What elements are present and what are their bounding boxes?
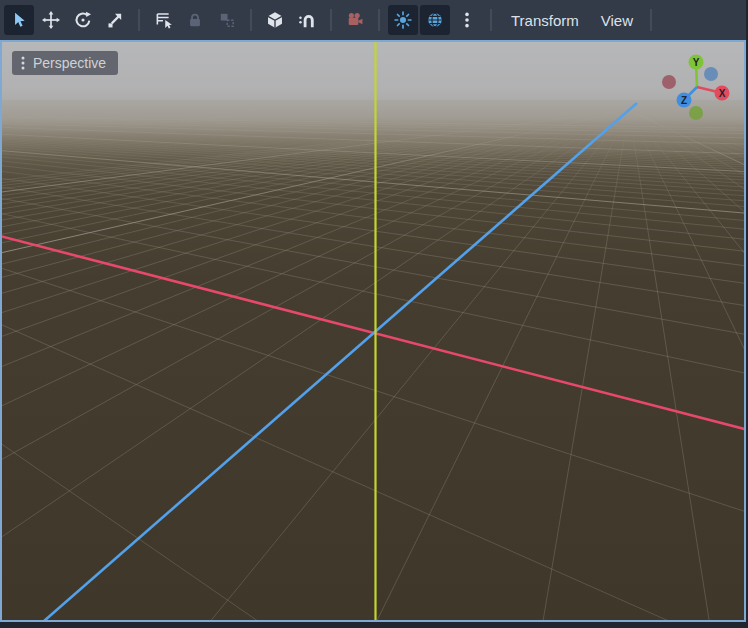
toolbar-separator (650, 9, 652, 31)
toolbar-separator (330, 9, 332, 31)
local-space-toggle-button[interactable] (260, 5, 290, 35)
scene-svg: YXZ (2, 42, 744, 620)
snap-toggle-icon (298, 11, 316, 29)
camera-preview-button[interactable] (340, 5, 370, 35)
transform-menu[interactable]: Transform (500, 6, 590, 35)
toolbar-separator (378, 9, 380, 31)
camera-preview-icon (346, 11, 364, 29)
view-menu[interactable]: View (590, 6, 644, 35)
select-mode-icon (10, 11, 28, 29)
viewport-label: Perspective (33, 55, 106, 71)
gizmo-neg-x-ball[interactable] (662, 75, 676, 89)
toolbar-separator (250, 9, 252, 31)
select-mode-button[interactable] (4, 5, 34, 35)
kebab-menu-icon (20, 55, 26, 71)
sun-toggle-icon (394, 11, 412, 29)
list-select-button[interactable] (148, 5, 178, 35)
group-selected-button[interactable] (212, 5, 242, 35)
environment-toggle-button[interactable] (420, 5, 450, 35)
scale-mode-icon (106, 11, 124, 29)
toolbar-separator (490, 9, 492, 31)
scale-mode-button[interactable] (100, 5, 130, 35)
gizmo-neg-y-ball[interactable] (689, 106, 703, 120)
horizon-fog (2, 100, 744, 255)
viewport-toolbar: TransformView (0, 0, 746, 40)
snap-toggle-button[interactable] (292, 5, 322, 35)
toolbar-separator (138, 9, 140, 31)
gizmo-axis-label: X (719, 88, 726, 99)
move-mode-icon (42, 11, 60, 29)
gizmo-axis-label: Y (693, 57, 700, 68)
group-selected-icon (218, 11, 236, 29)
perspective-menu-button[interactable]: Perspective (12, 51, 118, 75)
godot-3d-editor: TransformView YXZ Perspective (0, 0, 748, 628)
local-space-toggle-icon (266, 11, 284, 29)
3d-viewport[interactable]: YXZ Perspective (0, 40, 746, 622)
more-options-button[interactable] (452, 5, 482, 35)
lock-selected-button[interactable] (180, 5, 210, 35)
move-mode-button[interactable] (36, 5, 66, 35)
list-select-icon (154, 11, 172, 29)
rotate-mode-button[interactable] (68, 5, 98, 35)
more-options-icon (458, 11, 476, 29)
gizmo-axis-label: Z (681, 95, 687, 106)
environment-toggle-icon (426, 11, 444, 29)
lock-selected-icon (186, 11, 204, 29)
gizmo-neg-z-ball[interactable] (704, 67, 718, 81)
rotate-mode-icon (74, 11, 92, 29)
sun-toggle-button[interactable] (388, 5, 418, 35)
